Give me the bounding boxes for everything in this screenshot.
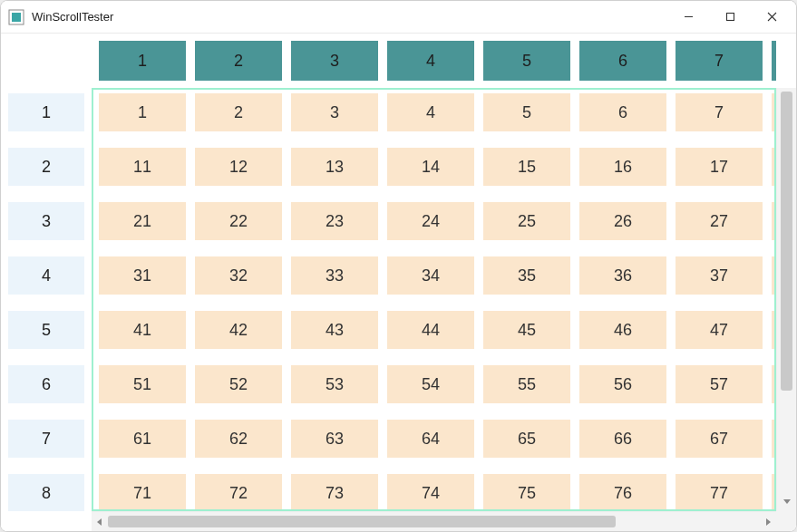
row-headers: 1 2 3 4 5 6 7 8 — [1, 88, 92, 511]
grid-cell[interactable]: 45 — [483, 311, 570, 349]
column-header[interactable]: 4 — [387, 41, 474, 81]
grid-cell[interactable]: 13 — [291, 148, 378, 186]
grid-cell[interactable]: 47 — [676, 311, 763, 349]
grid-cell[interactable]: 54 — [387, 365, 474, 403]
grid-cell[interactable]: 24 — [387, 202, 474, 240]
grid-cell[interactable]: 36 — [579, 256, 666, 295]
grid-cell[interactable]: 66 — [579, 420, 666, 458]
grid-cell[interactable]: 33 — [291, 256, 378, 295]
grid-cell[interactable]: 26 — [579, 202, 666, 240]
grid-cell[interactable]: 42 — [195, 311, 282, 349]
svg-rect-3 — [726, 14, 734, 21]
table-row: 51 52 53 54 55 56 57 — [99, 365, 769, 403]
grid-cell[interactable]: 74 — [387, 474, 474, 511]
grid-cell[interactable]: 3 — [291, 93, 378, 131]
grid-cell[interactable]: 52 — [195, 365, 282, 403]
column-header[interactable]: 7 — [676, 41, 763, 81]
column-header[interactable]: 2 — [195, 41, 282, 81]
horizontal-scrollbar[interactable] — [92, 511, 776, 531]
column-header[interactable]: 3 — [291, 41, 378, 81]
grid-cell[interactable]: 6 — [579, 93, 666, 131]
svg-rect-1 — [12, 13, 21, 22]
grid-cell[interactable]: 1 — [99, 93, 186, 131]
scroll-down-arrow-icon[interactable] — [777, 493, 796, 509]
app-window: WinScrollTester 1 2 3 4 5 6 7 — [0, 0, 797, 532]
grid-cell[interactable]: 63 — [291, 420, 378, 458]
vertical-scrollbar[interactable] — [776, 88, 796, 511]
grid-cell[interactable]: 5 — [483, 93, 570, 131]
minimize-button[interactable] — [667, 4, 709, 31]
row-header[interactable]: 1 — [8, 93, 84, 131]
table-row: 1 2 3 4 5 6 7 — [99, 93, 769, 131]
grid-cell[interactable]: 12 — [195, 148, 282, 186]
table-row: 61 62 63 64 65 66 67 — [99, 420, 769, 458]
grid-cell[interactable]: 7 — [676, 93, 763, 131]
scroll-left-arrow-icon[interactable] — [92, 512, 108, 531]
grid-cell[interactable]: 71 — [99, 474, 186, 511]
column-header[interactable]: 5 — [483, 41, 570, 81]
close-button[interactable] — [751, 4, 792, 31]
vertical-scroll-thumb[interactable] — [781, 92, 792, 391]
grid-cell[interactable]: 61 — [99, 420, 186, 458]
table-row: 31 32 33 34 35 36 37 — [99, 256, 769, 295]
grid-layout: 1 2 3 4 5 6 7 1 2 3 4 5 6 7 8 — [1, 34, 796, 531]
window-title: WinScrollTester — [32, 10, 113, 24]
grid-cell[interactable]: 41 — [99, 311, 186, 349]
grid-cell[interactable]: 27 — [676, 202, 763, 240]
horizontal-scroll-thumb[interactable] — [108, 516, 616, 527]
grid-cell[interactable]: 64 — [387, 420, 474, 458]
row-header[interactable]: 2 — [8, 148, 84, 186]
grid-cell[interactable]: 31 — [99, 256, 186, 295]
table-row: 21 22 23 24 25 26 27 — [99, 202, 769, 240]
grid-cell[interactable]: 14 — [387, 148, 474, 186]
grid-cell[interactable]: 37 — [676, 256, 763, 295]
grid-cell[interactable]: 16 — [579, 148, 666, 186]
grid-cell[interactable]: 43 — [291, 311, 378, 349]
grid-cell[interactable]: 67 — [676, 420, 763, 458]
grid-cell[interactable]: 57 — [676, 365, 763, 403]
row-header[interactable]: 5 — [8, 311, 84, 349]
grid-cell[interactable]: 11 — [99, 148, 186, 186]
grid-corner-tl — [1, 34, 92, 88]
grid-cell[interactable]: 44 — [387, 311, 474, 349]
grid-cell[interactable]: 72 — [195, 474, 282, 511]
grid-body[interactable]: 1 2 3 4 5 6 7 11 12 13 14 15 — [92, 88, 776, 511]
grid-cell[interactable]: 53 — [291, 365, 378, 403]
grid-cell[interactable]: 34 — [387, 256, 474, 295]
grid-cell[interactable]: 55 — [483, 365, 570, 403]
grid-cell[interactable]: 15 — [483, 148, 570, 186]
grid-cell[interactable]: 65 — [483, 420, 570, 458]
row-header[interactable]: 6 — [8, 365, 84, 403]
svg-marker-8 — [766, 518, 771, 526]
grid-cell[interactable]: 22 — [195, 202, 282, 240]
client-area: 1 2 3 4 5 6 7 1 2 3 4 5 6 7 8 — [1, 34, 796, 531]
column-header[interactable]: 6 — [579, 41, 666, 81]
row-header[interactable]: 4 — [8, 256, 84, 295]
row-header[interactable]: 8 — [8, 474, 84, 511]
grid-cell[interactable]: 77 — [676, 474, 763, 511]
grid-cell[interactable]: 73 — [291, 474, 378, 511]
row-header[interactable]: 7 — [8, 420, 84, 458]
titlebar[interactable]: WinScrollTester — [1, 1, 796, 34]
grid-cell[interactable]: 56 — [579, 365, 666, 403]
grid-cell[interactable]: 32 — [195, 256, 282, 295]
grid-cell[interactable]: 51 — [99, 365, 186, 403]
grid-cell[interactable]: 17 — [676, 148, 763, 186]
column-header[interactable]: 1 — [99, 41, 186, 81]
grid-cell[interactable]: 21 — [99, 202, 186, 240]
grid-cell[interactable]: 25 — [483, 202, 570, 240]
grid-cell[interactable]: 23 — [291, 202, 378, 240]
grid-cell[interactable]: 75 — [483, 474, 570, 511]
svg-marker-7 — [97, 518, 102, 526]
grid-cell[interactable]: 46 — [579, 311, 666, 349]
maximize-button[interactable] — [709, 4, 751, 31]
scroll-right-arrow-icon[interactable] — [760, 512, 776, 531]
grid-cell[interactable]: 4 — [387, 93, 474, 131]
grid-cell[interactable]: 2 — [195, 93, 282, 131]
row-header[interactable]: 3 — [8, 202, 84, 240]
grid-corner-tr — [776, 34, 796, 88]
grid-cell[interactable]: 76 — [579, 474, 666, 511]
grid-cell[interactable]: 62 — [195, 420, 282, 458]
grid-cell[interactable]: 35 — [483, 256, 570, 295]
svg-marker-6 — [783, 499, 791, 504]
